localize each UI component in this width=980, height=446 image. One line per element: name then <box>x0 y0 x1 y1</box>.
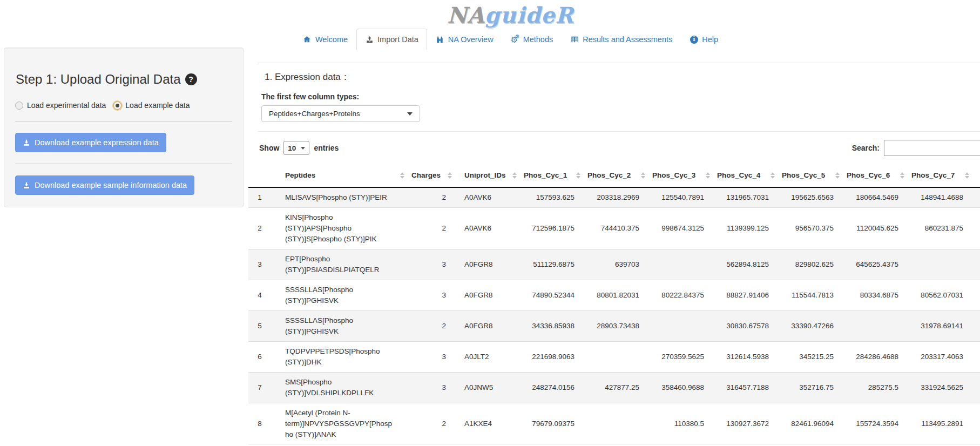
sort-icon <box>835 172 840 179</box>
table-cell: 148941.4688 <box>906 187 971 207</box>
table-cell <box>971 310 980 341</box>
column-header-phos-cyc-3[interactable]: Phos_Cyc_3 <box>647 164 712 187</box>
column-header-label: Peptides <box>285 171 315 179</box>
app-logo: NAguideR <box>21 0 980 28</box>
upload-panel: Step 1: Upload Original Data Load experi… <box>4 48 244 207</box>
table-cell: 316457.7188 <box>712 372 776 403</box>
column-header-phos-cyc-6[interactable]: Phos_Cyc_6 <box>841 164 906 187</box>
sort-icon <box>576 172 580 179</box>
button-label: Download example sample information data <box>35 181 187 190</box>
table-cell: SSSSLLAS[Phospho (STY)]PGHISVK <box>271 310 406 341</box>
table-cell: 74890.52344 <box>518 280 582 310</box>
column-header-peptides[interactable]: Peptides <box>271 164 406 187</box>
radio-load-example-data[interactable]: Load example data <box>113 101 190 110</box>
table-cell: A0FGR8 <box>454 249 518 280</box>
divider <box>15 164 232 164</box>
divider <box>258 63 980 63</box>
table-cell: 744410.375 <box>582 207 647 249</box>
column-header-label: Phos_Cyc_1 <box>524 171 567 179</box>
table-cell <box>971 187 980 207</box>
search-control: Search: <box>852 140 980 156</box>
table-cell: A0AVK6 <box>454 207 518 249</box>
table-cell <box>971 249 980 280</box>
table-controls: Show 10 entries Search: <box>259 140 980 156</box>
page-length-select[interactable]: 10 <box>283 141 309 155</box>
table-cell: TQDPVPPETPSDS[Phospho (STY)]DHK <box>271 341 406 372</box>
tab-welcome[interactable]: Welcome <box>294 29 356 50</box>
table-cell: 3 <box>406 372 454 403</box>
table-row: 5SSSSLLAS[Phospho (STY)]PGHISVK2A0FGR834… <box>248 310 980 341</box>
column-header-uniprot-ids[interactable]: Uniprot_IDs <box>454 164 518 187</box>
tab-na-overview[interactable]: NA Overview <box>427 29 502 50</box>
column-header-label: Uniprot_IDs <box>464 171 506 179</box>
divider <box>258 131 980 132</box>
sort-icon <box>706 172 710 179</box>
tab-label: Import Data <box>377 35 418 44</box>
tab-label: Methods <box>523 35 553 44</box>
tab-help[interactable]: Help <box>681 29 727 50</box>
table-cell: MLISAVS[Phospho (STY)]PEIR <box>271 187 406 207</box>
table-cell <box>841 310 906 341</box>
table-cell: 285275.5 <box>841 372 906 403</box>
question-circle-icon[interactable] <box>185 73 197 85</box>
table-cell: 203317.4063 <box>906 341 971 372</box>
radio-label: Load example data <box>125 101 190 110</box>
tab-methods[interactable]: ⚙⚙Methods <box>502 29 562 50</box>
table-cell: 2 <box>406 187 454 207</box>
table-row: 2KINS[Phospho (STY)]APS[Phospho (STY)]S[… <box>248 207 980 249</box>
table-cell: A1KXE4 <box>454 403 518 444</box>
column-header-label: Charges <box>411 171 441 179</box>
column-header-phos-cyc-2[interactable]: Phos_Cyc_2 <box>582 164 647 187</box>
button-label: Download example expression data <box>35 138 159 147</box>
caret-down-icon <box>301 147 305 150</box>
table-cell <box>906 249 971 280</box>
column-header-charges[interactable]: Charges <box>406 164 454 187</box>
column-header-phos-cyc-4[interactable]: Phos_Cyc_4 <box>712 164 776 187</box>
table-cell: 358460.9688 <box>647 372 712 403</box>
table-cell: 131965.7031 <box>712 187 776 207</box>
column-header-phos-cyc-7[interactable]: Phos_Cyc_7 <box>906 164 971 187</box>
table-row: 4SSSSLLAS[Phospho (STY)]PGHISVK3A0FGR874… <box>248 280 980 310</box>
table-cell: 80801.82031 <box>582 280 647 310</box>
download-expression-data-button[interactable]: Download example expression data <box>15 133 166 152</box>
table-cell: 270359.5625 <box>647 341 712 372</box>
table-cell: 511129.6875 <box>518 249 582 280</box>
table-cell: 1120045.625 <box>841 207 906 249</box>
gears-icon: ⚙⚙ <box>511 36 519 44</box>
page-length-control: Show 10 entries <box>259 141 339 155</box>
radio-load-experimental-data[interactable]: Load experimental data <box>15 101 106 110</box>
expression-data-title: 1. Expression data： <box>265 71 980 83</box>
table-cell: 115544.7813 <box>776 280 841 310</box>
table-cell: 80562.07031 <box>906 280 971 310</box>
page-length-value: 10 <box>288 144 296 152</box>
search-input[interactable] <box>884 140 980 156</box>
row-number-cell: 8 <box>248 403 271 444</box>
table-cell: 125540.7891 <box>647 187 712 207</box>
table-cell: 312614.5938 <box>712 341 776 372</box>
column-header-label: Phos_Cyc_2 <box>587 171 631 179</box>
logo-part-na: NA <box>447 2 485 28</box>
table-cell: 30830.67578 <box>712 310 776 341</box>
logo-part-guider: guideR <box>485 2 574 28</box>
row-number-cell: 4 <box>248 280 271 310</box>
tab-label: Help <box>702 35 718 44</box>
binoculars-icon <box>436 36 444 44</box>
tab-import-data[interactable]: Import Data <box>356 29 427 50</box>
tab-label: Results and Assessments <box>583 35 672 44</box>
radio-label: Load experimental data <box>27 101 106 110</box>
column-header-label: Phos_Cyc_5 <box>782 171 825 179</box>
table-cell: 88827.91406 <box>712 280 776 310</box>
column-header-phos-cyc-1[interactable]: Phos_Cyc_1 <box>518 164 582 187</box>
upload-icon <box>365 36 374 44</box>
download-sample-information-button[interactable]: Download example sample information data <box>15 175 194 195</box>
column-header-phos-cyc-5[interactable]: Phos_Cyc_5 <box>776 164 841 187</box>
table-cell: 82461.96094 <box>776 403 841 444</box>
panel-title: Step 1: Upload Original Data <box>16 72 232 87</box>
sort-icon <box>641 172 645 179</box>
home-icon <box>303 36 312 44</box>
entries-label: entries <box>314 144 339 152</box>
table-cell: SSSSLLAS[Phospho (STY)]PGHISVK <box>271 280 406 310</box>
tab-results-and-assessments[interactable]: Results and Assessments <box>562 29 681 50</box>
table-cell <box>647 310 712 341</box>
column-types-dropdown[interactable]: Peptides+Charges+Proteins <box>261 105 420 122</box>
